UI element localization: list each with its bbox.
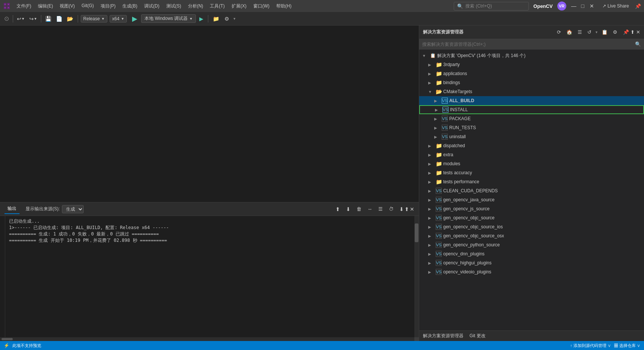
project-name-label: OpenCV — [533, 3, 552, 9]
output-vscrollbar[interactable] — [414, 216, 419, 337]
se-search-bar[interactable]: 🔍 — [419, 39, 644, 50]
menu-debug[interactable]: 调试(D) — [141, 2, 163, 11]
tree-item-run-tests[interactable]: ▶ VS RUN_TESTS — [419, 123, 644, 132]
menu-edit[interactable]: 编辑(E) — [35, 2, 56, 11]
tree-item-gen-objc-osx[interactable]: ▶ VS gen_opencv_objc_source_osx — [419, 231, 644, 240]
tree-item-gen-python[interactable]: ▶ VS gen_opencv_python_source — [419, 240, 644, 249]
output-filter[interactable]: ☰ — [376, 205, 385, 213]
tree-item-dnn-plugins[interactable]: ▶ VS opencv_dnn_plugins — [419, 249, 644, 258]
se-home-icon[interactable]: 🏠 — [564, 28, 574, 36]
tree-item-highgui-plugins[interactable]: ▶ VS opencv_highgui_plugins — [419, 258, 644, 267]
toolbar-settings-group[interactable]: ⚙ — [223, 15, 231, 23]
solution-chevron: ▼ — [422, 54, 428, 58]
toolbar-save-icon[interactable]: 💾 — [43, 15, 53, 23]
config-dropdown[interactable]: Release ▼ — [81, 15, 107, 23]
output-source-select[interactable]: 生成 — [62, 205, 84, 213]
tree-item-uninstall[interactable]: ▶ VS uninstall — [419, 132, 644, 141]
se-close-button[interactable]: ✕ — [636, 29, 640, 35]
label-run-tests: RUN_TESTS — [449, 125, 476, 130]
maximize-button[interactable]: □ — [580, 3, 586, 9]
continue-run-button[interactable]: ▶ — [197, 15, 205, 23]
menu-build[interactable]: 生成(B) — [119, 2, 140, 11]
output-hscrollbar-thumb[interactable] — [2, 338, 13, 340]
status-add-source[interactable]: ↑ 添加到源代码管理 ∨ — [570, 343, 611, 348]
se-tree[interactable]: ▼ 📋 解决方案 'OpenCV' (146 个项目，共 146 个) ▶ 📁 … — [419, 50, 644, 330]
tree-item-clean-cuda[interactable]: ▶ VS CLEAN_CUDA_DEPENDS — [419, 186, 644, 195]
arch-dropdown[interactable]: x64 ▼ — [110, 15, 127, 23]
tree-item-package[interactable]: ▶ VS PACKAGE — [419, 114, 644, 123]
sep4 — [208, 15, 208, 23]
user-avatar[interactable]: VR — [557, 2, 566, 11]
tree-item-gen-js[interactable]: ▶ VS gen_opencv_js_source — [419, 204, 644, 213]
live-share-button[interactable]: ↗ Live Share — [599, 2, 632, 10]
tree-item-install[interactable]: ▶ VS INSTALL — [419, 105, 644, 114]
output-minimize[interactable]: ⬇ — [399, 206, 404, 212]
arch-label: x64 — [112, 16, 119, 21]
menu-extensions[interactable]: 扩展(X) — [229, 2, 250, 11]
config-chevron: ▼ — [101, 17, 105, 21]
tree-item-tests-accuracy[interactable]: ▶ 📁 tests accuracy — [419, 168, 644, 177]
output-close[interactable]: ✕ — [410, 206, 414, 212]
tree-item-videoio-plugins[interactable]: ▶ VS opencv_videoio_plugins — [419, 267, 644, 276]
menu-tools[interactable]: 工具(T) — [207, 2, 227, 11]
run-target-dropdown[interactable]: 本地 Windows 调试器 ▼ — [141, 14, 196, 23]
toolbar-open[interactable]: 📂 — [65, 15, 75, 23]
se-copy-icon[interactable]: 📋 — [600, 28, 609, 36]
tree-item-bindings[interactable]: ▶ 📁 bindings — [419, 78, 644, 87]
solution-root-item[interactable]: ▼ 📋 解决方案 'OpenCV' (146 个项目，共 146 个) — [419, 51, 644, 60]
tree-item-gen-java[interactable]: ▶ VS gen_opencv_java_source — [419, 195, 644, 204]
menu-file[interactable]: 文件(F) — [14, 2, 34, 11]
tree-item-applications[interactable]: ▶ 📁 applications — [419, 69, 644, 78]
minimize-button[interactable]: — — [571, 3, 577, 9]
toolbar-redo-group[interactable]: ↪▼ — [27, 15, 39, 23]
output-tab[interactable]: 输出 — [5, 204, 20, 214]
tree-item-tests-performance[interactable]: ▶ 📁 tests performance — [419, 177, 644, 186]
menu-analyze[interactable]: 分析(N) — [185, 2, 206, 11]
se-tab-git-changes[interactable]: Git 更改 — [469, 333, 486, 339]
menu-test[interactable]: 测试(S) — [163, 2, 184, 11]
close-button[interactable]: ✕ — [589, 3, 595, 9]
run-button[interactable]: ▶ — [130, 14, 140, 24]
se-pin-button[interactable]: 📌 — [623, 29, 629, 35]
tree-item-all-build[interactable]: ▶ VS ALL_BUILD — [419, 96, 644, 105]
output-scroll-down[interactable]: ⬇ — [344, 205, 352, 213]
tree-item-gen-objc[interactable]: ▶ VS gen_opencv_objc_source — [419, 213, 644, 222]
toolbar-icons-left: ⊙ ↩▼ ↪▼ 💾 📄 📂 — [2, 14, 75, 23]
output-clear[interactable]: 🗑 — [355, 205, 363, 213]
toolbar-undo-group[interactable]: ↩▼ — [15, 15, 27, 23]
menu-git[interactable]: Git(G) — [78, 2, 97, 11]
se-search-input[interactable] — [422, 42, 633, 47]
toolbar-new-file[interactable]: 📄 — [54, 15, 64, 23]
menu-window[interactable]: 窗口(W) — [250, 2, 272, 11]
folder-icon-3rdparty: 📁 — [436, 62, 442, 68]
tree-item-cmaketargets[interactable]: ▼ 📂 CMakeTargets — [419, 87, 644, 96]
output-float[interactable]: ⬆ — [405, 206, 409, 212]
tree-item-gen-objc-ios[interactable]: ▶ VS gen_opencv_objc_source_ios — [419, 222, 644, 231]
se-filter-icon[interactable]: ☰ — [576, 28, 584, 36]
label-tests-performance: tests performance — [443, 179, 479, 184]
tree-item-extra[interactable]: ▶ 📁 extra — [419, 150, 644, 159]
output-timer[interactable]: ⏱ — [387, 205, 396, 213]
toolbar-folder-icon[interactable]: 📁 — [211, 15, 221, 23]
se-more-chevron[interactable]: ▼ — [595, 30, 598, 34]
se-refresh-icon[interactable]: ↺ — [585, 28, 593, 36]
output-scroll-up[interactable]: ⬆ — [334, 205, 342, 213]
se-tab-solution-explorer[interactable]: 解决方案资源管理器 — [423, 333, 463, 339]
tree-item-modules[interactable]: ▶ 📁 modules — [419, 159, 644, 168]
tree-item-3rdparty[interactable]: ▶ 📁 3rdparty — [419, 60, 644, 69]
status-select-repo[interactable]: ☰ 选择仓库 ∨ — [614, 343, 640, 348]
se-float-button[interactable]: ⬆ — [630, 29, 635, 35]
tree-item-dispatched[interactable]: ▶ 📁 dispatched — [419, 141, 644, 150]
output-hscrollbar[interactable] — [0, 337, 419, 341]
toolbar-go-back[interactable]: ⊙ — [2, 14, 11, 23]
se-prop-icon[interactable]: ⚙ — [611, 28, 619, 36]
output-vscrollbar-thumb[interactable] — [415, 223, 418, 242]
menu-project[interactable]: 项目(P) — [98, 2, 119, 11]
global-search[interactable]: 🔍 搜索 (Ctrl+Q) — [454, 2, 529, 11]
se-sync-icon[interactable]: ⟳ — [555, 28, 563, 36]
output-wrap[interactable]: ↔ — [366, 205, 374, 213]
menu-view[interactable]: 视图(V) — [57, 2, 78, 11]
pin-icon[interactable]: 📌 — [635, 3, 641, 9]
toolbar-more-chevron[interactable]: ▼ — [233, 17, 236, 21]
menu-help[interactable]: 帮助(H) — [273, 2, 295, 11]
